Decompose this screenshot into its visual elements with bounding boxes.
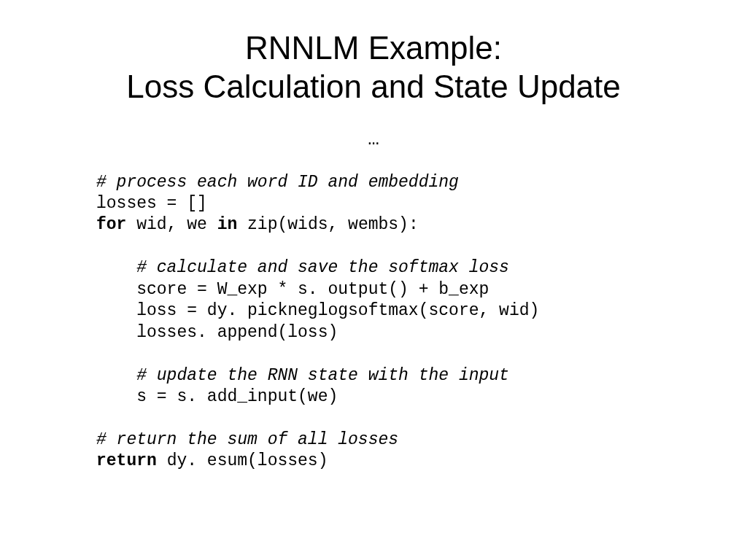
code-line-6: loss = dy. pickneglogsoftmax(score, wid): [96, 301, 539, 320]
code-line-11-end: dy. esum(losses): [157, 451, 328, 470]
title-line-2: Loss Calculation and State Update: [126, 69, 621, 104]
title-line-1: RNNLM Example:: [245, 30, 502, 66]
code-line-3-mid: wid, we: [126, 215, 217, 234]
code-block: # process each word ID and embedding los…: [0, 172, 747, 472]
code-comment-1: # process each word ID and embedding: [96, 173, 459, 192]
code-line-7: losses. append(loss): [96, 323, 338, 342]
slide-title: RNNLM Example: Loss Calculation and Stat…: [0, 29, 747, 106]
code-keyword-for: for: [96, 215, 126, 234]
code-comment-4: # return the sum of all losses: [96, 430, 398, 449]
code-keyword-in: in: [217, 215, 238, 234]
code-line-9: s = s. add_input(we): [96, 387, 338, 406]
ellipsis: …: [0, 128, 747, 150]
code-line-2: losses = []: [96, 194, 207, 213]
code-line-5: score = W_exp * s. output() + b_exp: [96, 280, 489, 299]
code-comment-3: # update the RNN state with the input: [96, 366, 509, 385]
code-line-3-end: zip(wids, wembs):: [237, 215, 418, 234]
code-comment-2: # calculate and save the softmax loss: [96, 258, 509, 277]
code-keyword-return: return: [96, 451, 157, 470]
